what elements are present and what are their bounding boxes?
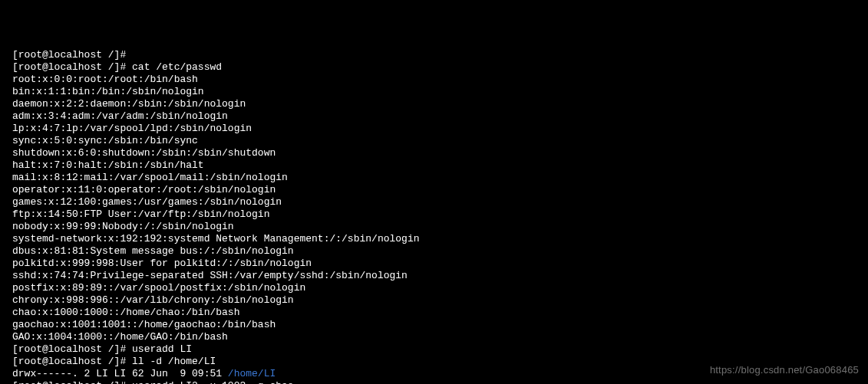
- output-text: nobody:x:99:99:Nobody:/:/sbin/nologin: [12, 221, 234, 232]
- terminal-line: [root@localhost /]# useradd LI: [12, 343, 856, 356]
- terminal-line: bin:x:1:1:bin:/bin:/sbin/nologin: [12, 86, 856, 98]
- terminal-line: [root@localhost /]#: [12, 49, 856, 61]
- shell-command: useradd LI: [132, 343, 192, 355]
- output-text: lp:x:4:7:lp:/var/spool/lpd:/sbin/nologin: [12, 123, 252, 134]
- output-text: chao:x:1000:1000::/home/chao:/bin/bash: [12, 307, 239, 318]
- output-text: adm:x:3:4:adm:/var/adm:/sbin/nologin: [12, 110, 228, 122]
- output-text: halt:x:7:0:halt:/sbin:/sbin/halt: [12, 159, 204, 171]
- output-text: dbus:x:81:81:System message bus:/:/sbin/…: [12, 245, 294, 257]
- output-text: gaochao:x:1001:1001::/home/gaochao:/bin/…: [12, 319, 276, 330]
- output-text: sshd:x:74:74:Privilege-separated SSH:/va…: [12, 270, 408, 281]
- terminal-line: ftp:x:14:50:FTP User:/var/ftp:/sbin/nolo…: [12, 208, 856, 221]
- terminal-line: games:x:12:100:games:/usr/games:/sbin/no…: [12, 196, 856, 208]
- terminal-line: postfix:x:89:89::/var/spool/postfix:/sbi…: [12, 282, 856, 294]
- shell-command: ll -d /home/LI: [132, 356, 216, 367]
- output-text: mail:x:8:12:mail:/var/spool/mail:/sbin/n…: [12, 172, 288, 183]
- output-text: chrony:x:998:996::/var/lib/chrony:/sbin/…: [12, 294, 294, 306]
- output-text: ftp:x:14:50:FTP User:/var/ftp:/sbin/nolo…: [12, 208, 269, 220]
- shell-prompt: [root@localhost /]#: [12, 343, 132, 355]
- output-text: polkitd:x:999:998:User for polkitd:/:/sb…: [12, 258, 312, 269]
- terminal-line: [root@localhost /]# cat /etc/passwd: [12, 61, 856, 74]
- terminal-line: shutdown:x:6:0:shutdown:/sbin:/sbin/shut…: [12, 147, 856, 159]
- terminal-line: mail:x:8:12:mail:/var/spool/mail:/sbin/n…: [12, 172, 856, 184]
- terminal-line: nobody:x:99:99:Nobody:/:/sbin/nologin: [12, 221, 856, 233]
- terminal-line: polkitd:x:999:998:User for polkitd:/:/sb…: [12, 258, 856, 270]
- output-text: operator:x:11:0:operator:/root:/sbin/nol…: [12, 184, 276, 195]
- terminal-line: adm:x:3:4:adm:/var/adm:/sbin/nologin: [12, 110, 856, 123]
- terminal-output[interactable]: [root@localhost /]# [root@localhost /]# …: [12, 49, 856, 384]
- directory-path: /home/LI: [228, 368, 276, 379]
- output-text: systemd-network:x:192:192:systemd Networ…: [12, 233, 420, 245]
- output-text: daemon:x:2:2:daemon:/sbin:/sbin/nologin: [12, 98, 246, 110]
- shell-prompt: [root@localhost /]#: [12, 380, 132, 384]
- shell-command: useradd LI2 -u 1003 -g chao: [132, 380, 294, 384]
- shell-command: cat /etc/passwd: [132, 61, 222, 73]
- output-text: drwx------. 2 LI LI 62 Jun 9 09:51: [12, 368, 228, 379]
- output-text: postfix:x:89:89::/var/spool/postfix:/sbi…: [12, 282, 305, 294]
- terminal-line: sshd:x:74:74:Privilege-separated SSH:/va…: [12, 270, 856, 282]
- terminal-line: lp:x:4:7:lp:/var/spool/lpd:/sbin/nologin: [12, 123, 856, 135]
- terminal-line: daemon:x:2:2:daemon:/sbin:/sbin/nologin: [12, 98, 856, 110]
- output-text: sync:x:5:0:sync:/sbin:/bin/sync: [12, 135, 198, 146]
- terminal-line: systemd-network:x:192:192:systemd Networ…: [12, 233, 856, 245]
- terminal-line: operator:x:11:0:operator:/root:/sbin/nol…: [12, 184, 856, 196]
- terminal-line: halt:x:7:0:halt:/sbin:/sbin/halt: [12, 159, 856, 172]
- output-text: GAO:x:1004:1000::/home/GAO:/bin/bash: [12, 331, 228, 343]
- terminal-line: root:x:0:0:root:/root:/bin/bash: [12, 74, 856, 86]
- terminal-line: dbus:x:81:81:System message bus:/:/sbin/…: [12, 245, 856, 258]
- output-text: root:x:0:0:root:/root:/bin/bash: [12, 74, 198, 85]
- output-text: bin:x:1:1:bin:/bin:/sbin/nologin: [12, 86, 204, 97]
- shell-prompt: [root@localhost /]#: [12, 49, 132, 61]
- terminal-line: chao:x:1000:1000::/home/chao:/bin/bash: [12, 307, 856, 319]
- shell-prompt: [root@localhost /]#: [12, 356, 132, 367]
- output-text: shutdown:x:6:0:shutdown:/sbin:/sbin/shut…: [12, 147, 276, 159]
- output-text: games:x:12:100:games:/usr/games:/sbin/no…: [12, 196, 282, 208]
- terminal-line: [root@localhost /]# useradd LI2 -u 1003 …: [12, 380, 856, 384]
- watermark-text: https://blog.csdn.net/Gao068465: [710, 364, 859, 376]
- terminal-line: gaochao:x:1001:1001::/home/gaochao:/bin/…: [12, 319, 856, 331]
- terminal-line: chrony:x:998:996::/var/lib/chrony:/sbin/…: [12, 294, 856, 307]
- shell-prompt: [root@localhost /]#: [12, 61, 132, 73]
- terminal-line: GAO:x:1004:1000::/home/GAO:/bin/bash: [12, 331, 856, 343]
- terminal-line: sync:x:5:0:sync:/sbin:/bin/sync: [12, 135, 856, 147]
